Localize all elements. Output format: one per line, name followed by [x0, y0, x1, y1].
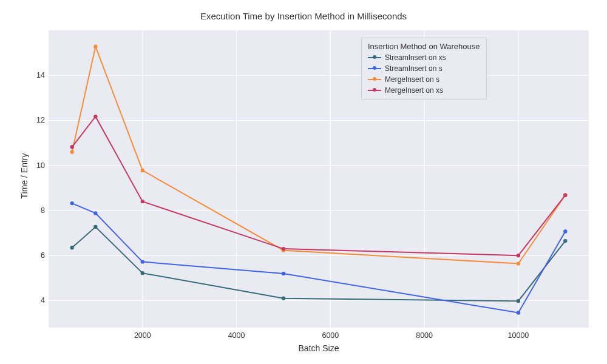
legend-label: MergeInsert on xs — [385, 86, 443, 95]
series-line — [72, 116, 566, 255]
data-point — [282, 247, 285, 251]
y-tick-label: 4 — [28, 296, 45, 305]
data-point — [141, 260, 144, 263]
y-tick-label: 12 — [28, 116, 45, 124]
data-point — [70, 201, 73, 205]
data-point — [563, 239, 567, 243]
y-tick-label: 6 — [28, 251, 45, 260]
legend-label: StreamInsert on s — [385, 64, 443, 73]
legend-swatch — [368, 54, 381, 61]
data-point — [563, 229, 567, 233]
legend-item: StreamInsert on xs — [368, 52, 480, 63]
x-tick-label: 8000 — [416, 331, 433, 340]
data-point — [517, 311, 520, 314]
x-tick-label: 6000 — [322, 331, 339, 340]
legend-item: MergeInsert on s — [368, 74, 480, 85]
data-point — [70, 246, 73, 249]
data-lines — [0, 0, 607, 364]
data-point — [93, 45, 97, 49]
data-point — [70, 145, 73, 149]
data-point — [563, 194, 567, 197]
data-point — [141, 169, 144, 172]
legend-item: StreamInsert on s — [368, 63, 480, 74]
x-tick-label: 10000 — [508, 331, 529, 340]
legend-swatch — [368, 65, 381, 72]
chart-figure: Execution Time by Insertion Method in Mi… — [0, 0, 607, 364]
series-line — [72, 47, 566, 264]
legend-label: StreamInsert on xs — [385, 53, 446, 62]
y-tick-label: 14 — [28, 71, 45, 79]
data-point — [93, 115, 97, 118]
series-line — [72, 227, 566, 301]
data-point — [141, 200, 144, 203]
data-point — [141, 271, 144, 275]
y-tick-label: 10 — [28, 161, 45, 170]
y-axis-label: Time / Entry — [19, 146, 29, 206]
x-tick-label: 2000 — [134, 331, 151, 340]
data-point — [517, 254, 520, 257]
x-axis-label: Batch Size — [49, 343, 589, 353]
data-point — [282, 272, 285, 275]
series-line — [72, 203, 566, 312]
data-point — [517, 261, 520, 265]
legend-title: Insertion Method on Warehouse — [368, 42, 480, 51]
data-point — [282, 297, 285, 300]
data-point — [93, 225, 97, 229]
legend-swatch — [368, 87, 381, 94]
x-tick-label: 4000 — [228, 331, 245, 340]
data-point — [93, 211, 97, 215]
legend-label: MergeInsert on s — [385, 75, 439, 84]
y-tick-label: 8 — [28, 206, 45, 215]
data-point — [517, 299, 520, 303]
data-point — [70, 150, 73, 153]
legend-item: MergeInsert on xs — [368, 85, 480, 96]
legend-swatch — [368, 76, 381, 83]
legend: Insertion Method on Warehouse StreamInse… — [361, 38, 487, 100]
